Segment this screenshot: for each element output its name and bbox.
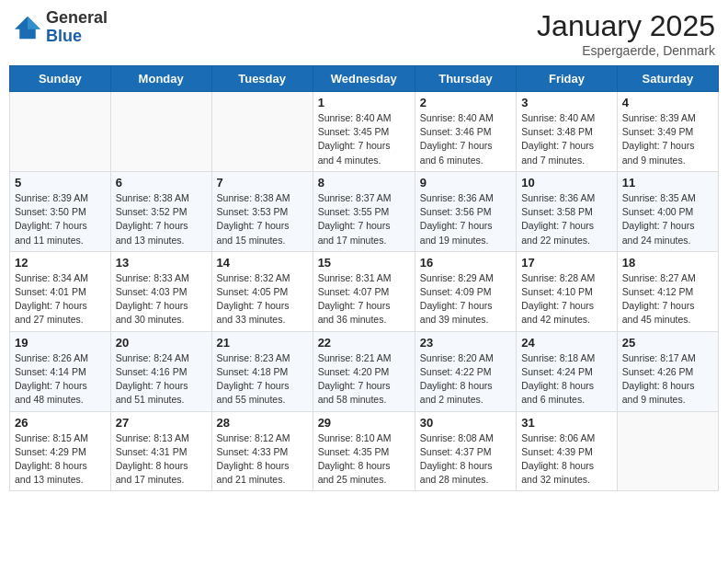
day-number: 31 (521, 416, 612, 430)
day-number: 5 (15, 176, 106, 190)
day-cell (211, 92, 313, 172)
day-number: 18 (622, 256, 713, 270)
day-cell: 5Sunrise: 8:39 AM Sunset: 3:50 PM Daylig… (10, 171, 111, 251)
day-number: 11 (622, 176, 713, 190)
day-number: 20 (116, 336, 207, 350)
weekday-header-row: SundayMondayTuesdayWednesdayThursdayFrid… (10, 66, 719, 92)
day-number: 8 (318, 176, 410, 190)
month-title: January 2025 (537, 9, 715, 43)
day-number: 29 (318, 416, 410, 430)
day-info: Sunrise: 8:27 AM Sunset: 4:12 PM Dayligh… (622, 271, 713, 327)
day-number: 14 (217, 256, 308, 270)
day-number: 26 (15, 416, 106, 430)
day-cell: 18Sunrise: 8:27 AM Sunset: 4:12 PM Dayli… (617, 251, 718, 331)
day-cell: 25Sunrise: 8:17 AM Sunset: 4:26 PM Dayli… (617, 331, 718, 411)
day-number: 2 (420, 96, 511, 109)
day-info: Sunrise: 8:24 AM Sunset: 4:16 PM Dayligh… (116, 351, 207, 408)
day-cell: 23Sunrise: 8:20 AM Sunset: 4:22 PM Dayli… (415, 331, 516, 411)
day-cell: 28Sunrise: 8:12 AM Sunset: 4:33 PM Dayli… (211, 411, 313, 491)
day-cell: 4Sunrise: 8:39 AM Sunset: 3:49 PM Daylig… (617, 92, 718, 172)
day-info: Sunrise: 8:40 AM Sunset: 3:45 PM Dayligh… (318, 111, 410, 167)
day-number: 15 (318, 256, 410, 270)
day-cell: 12Sunrise: 8:34 AM Sunset: 4:01 PM Dayli… (10, 251, 111, 331)
day-cell: 2Sunrise: 8:40 AM Sunset: 3:46 PM Daylig… (415, 92, 516, 172)
weekday-header-monday: Monday (110, 66, 211, 92)
day-number: 24 (521, 336, 612, 350)
week-row-2: 5Sunrise: 8:39 AM Sunset: 3:50 PM Daylig… (10, 171, 719, 251)
day-number: 12 (15, 256, 106, 270)
logo-text: General Blue (46, 9, 108, 46)
day-number: 27 (116, 416, 207, 430)
day-info: Sunrise: 8:36 AM Sunset: 3:56 PM Dayligh… (420, 191, 511, 247)
weekday-header-sunday: Sunday (10, 66, 111, 92)
weekday-header-saturday: Saturday (617, 66, 718, 92)
day-number: 7 (217, 176, 308, 190)
week-row-3: 12Sunrise: 8:34 AM Sunset: 4:01 PM Dayli… (10, 251, 719, 331)
day-cell: 30Sunrise: 8:08 AM Sunset: 4:37 PM Dayli… (415, 411, 516, 491)
day-cell: 17Sunrise: 8:28 AM Sunset: 4:10 PM Dayli… (517, 251, 618, 331)
day-cell (10, 92, 111, 172)
logo: General Blue (13, 9, 108, 46)
day-number: 17 (521, 256, 612, 270)
day-info: Sunrise: 8:32 AM Sunset: 4:05 PM Dayligh… (217, 271, 308, 327)
day-info: Sunrise: 8:15 AM Sunset: 4:29 PM Dayligh… (15, 431, 106, 488)
day-info: Sunrise: 8:38 AM Sunset: 3:52 PM Dayligh… (116, 191, 207, 247)
day-info: Sunrise: 8:39 AM Sunset: 3:50 PM Dayligh… (15, 191, 106, 247)
day-cell: 10Sunrise: 8:36 AM Sunset: 3:58 PM Dayli… (517, 171, 618, 251)
day-info: Sunrise: 8:33 AM Sunset: 4:03 PM Dayligh… (116, 271, 207, 327)
weekday-header-thursday: Thursday (415, 66, 516, 92)
day-number: 6 (116, 176, 207, 190)
day-cell: 6Sunrise: 8:38 AM Sunset: 3:52 PM Daylig… (110, 171, 211, 251)
day-number: 19 (15, 336, 106, 350)
day-number: 3 (521, 96, 612, 109)
day-number: 13 (116, 256, 207, 270)
day-cell: 21Sunrise: 8:23 AM Sunset: 4:18 PM Dayli… (211, 331, 313, 411)
day-number: 10 (521, 176, 612, 190)
page-header: General Blue January 2025 Espergaerde, D… (9, 9, 719, 58)
day-cell: 1Sunrise: 8:40 AM Sunset: 3:45 PM Daylig… (313, 92, 415, 172)
day-info: Sunrise: 8:23 AM Sunset: 4:18 PM Dayligh… (217, 351, 308, 408)
day-info: Sunrise: 8:37 AM Sunset: 3:55 PM Dayligh… (318, 191, 410, 247)
location-title: Espergaerde, Denmark (537, 43, 715, 58)
day-cell: 7Sunrise: 8:38 AM Sunset: 3:53 PM Daylig… (211, 171, 313, 251)
day-info: Sunrise: 8:13 AM Sunset: 4:31 PM Dayligh… (116, 431, 207, 488)
day-cell: 14Sunrise: 8:32 AM Sunset: 4:05 PM Dayli… (211, 251, 313, 331)
title-block: January 2025 Espergaerde, Denmark (537, 9, 715, 58)
day-cell: 20Sunrise: 8:24 AM Sunset: 4:16 PM Dayli… (110, 331, 211, 411)
calendar: SundayMondayTuesdayWednesdayThursdayFrid… (9, 65, 719, 491)
day-number: 25 (622, 336, 713, 350)
day-number: 28 (217, 416, 308, 430)
day-info: Sunrise: 8:40 AM Sunset: 3:46 PM Dayligh… (420, 111, 511, 167)
logo-icon (13, 15, 42, 40)
day-info: Sunrise: 8:34 AM Sunset: 4:01 PM Dayligh… (15, 271, 106, 327)
day-info: Sunrise: 8:39 AM Sunset: 3:49 PM Dayligh… (622, 111, 713, 167)
day-info: Sunrise: 8:10 AM Sunset: 4:35 PM Dayligh… (318, 431, 410, 488)
day-info: Sunrise: 8:21 AM Sunset: 4:20 PM Dayligh… (318, 351, 410, 408)
day-cell: 11Sunrise: 8:35 AM Sunset: 4:00 PM Dayli… (617, 171, 718, 251)
day-cell: 29Sunrise: 8:10 AM Sunset: 4:35 PM Dayli… (313, 411, 415, 491)
day-info: Sunrise: 8:31 AM Sunset: 4:07 PM Dayligh… (318, 271, 410, 327)
day-number: 16 (420, 256, 511, 270)
day-info: Sunrise: 8:18 AM Sunset: 4:24 PM Dayligh… (521, 351, 612, 408)
day-info: Sunrise: 8:06 AM Sunset: 4:39 PM Dayligh… (521, 431, 612, 488)
day-info: Sunrise: 8:08 AM Sunset: 4:37 PM Dayligh… (420, 431, 511, 488)
day-info: Sunrise: 8:17 AM Sunset: 4:26 PM Dayligh… (622, 351, 713, 408)
logo-general: General (46, 9, 108, 28)
day-number: 9 (420, 176, 511, 190)
week-row-4: 19Sunrise: 8:26 AM Sunset: 4:14 PM Dayli… (10, 331, 719, 411)
day-info: Sunrise: 8:28 AM Sunset: 4:10 PM Dayligh… (521, 271, 612, 327)
day-number: 4 (622, 96, 713, 109)
day-number: 1 (318, 96, 410, 109)
weekday-header-friday: Friday (517, 66, 618, 92)
day-info: Sunrise: 8:36 AM Sunset: 3:58 PM Dayligh… (521, 191, 612, 247)
day-cell: 26Sunrise: 8:15 AM Sunset: 4:29 PM Dayli… (10, 411, 111, 491)
weekday-header-wednesday: Wednesday (313, 66, 415, 92)
day-cell (110, 92, 211, 172)
day-number: 23 (420, 336, 511, 350)
day-number: 21 (217, 336, 308, 350)
day-info: Sunrise: 8:20 AM Sunset: 4:22 PM Dayligh… (420, 351, 511, 408)
week-row-1: 1Sunrise: 8:40 AM Sunset: 3:45 PM Daylig… (10, 92, 719, 172)
day-info: Sunrise: 8:12 AM Sunset: 4:33 PM Dayligh… (217, 431, 308, 488)
day-number: 22 (318, 336, 410, 350)
day-cell: 27Sunrise: 8:13 AM Sunset: 4:31 PM Dayli… (110, 411, 211, 491)
